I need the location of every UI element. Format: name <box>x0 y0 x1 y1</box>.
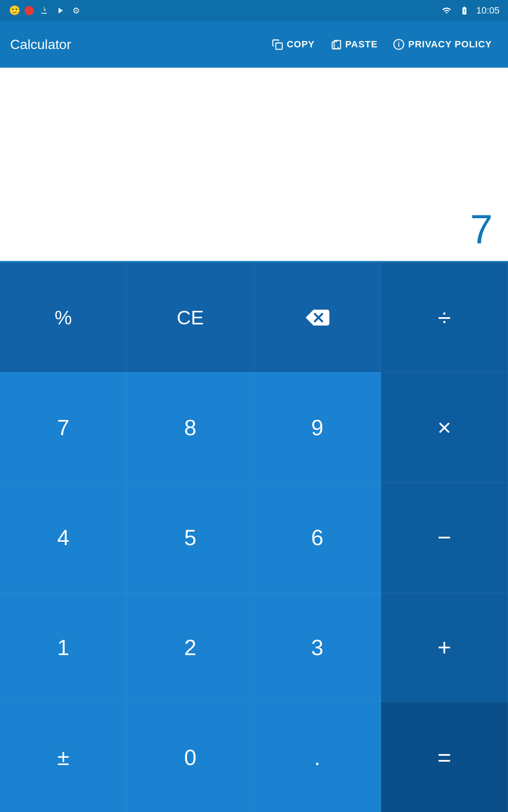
row-bottom: ± 0 . <box>0 702 381 812</box>
keys-left: % CE 7 8 9 4 5 6 1 2 3 ± <box>0 262 381 812</box>
smiley-icon: 🙂 <box>8 5 20 16</box>
percent-button[interactable]: % <box>0 262 127 372</box>
row-456: 4 5 6 <box>0 482 381 592</box>
svg-rect-0 <box>276 43 282 49</box>
privacy-policy-button[interactable]: PRIVACY POLICY <box>387 35 498 54</box>
subtract-button[interactable]: − <box>381 482 508 592</box>
key-0[interactable]: 0 <box>127 702 254 812</box>
status-time: 10:05 <box>476 5 500 16</box>
key-5[interactable]: 5 <box>127 482 254 592</box>
battery-icon <box>458 6 471 15</box>
paste-icon <box>330 38 342 50</box>
add-button[interactable]: + <box>381 592 508 702</box>
app-bar: Calculator COPY PASTE PRIVACY POLICY <box>0 21 508 68</box>
keys-right: ÷ × − + = <box>381 262 508 812</box>
key-2[interactable]: 2 <box>127 592 254 702</box>
wifi-icon <box>441 6 453 15</box>
keypad: % CE 7 8 9 4 5 6 1 2 3 ± <box>0 262 508 812</box>
key-8[interactable]: 8 <box>127 372 254 482</box>
key-7[interactable]: 7 <box>0 372 127 482</box>
display-value: 7 <box>470 206 493 252</box>
recording-dot-icon <box>25 6 34 15</box>
copy-button[interactable]: COPY <box>265 35 320 54</box>
key-3[interactable]: 3 <box>254 592 381 702</box>
multiply-button[interactable]: × <box>381 372 508 482</box>
status-bar: 🙂 ⚙ 10:05 <box>0 0 508 21</box>
plus-minus-button[interactable]: ± <box>0 702 127 812</box>
download-icon <box>38 5 50 16</box>
settings-icon: ⚙ <box>70 5 82 16</box>
backspace-icon <box>306 309 329 326</box>
row-789: 7 8 9 <box>0 372 381 482</box>
backspace-button[interactable] <box>254 262 381 372</box>
play-icon <box>54 5 66 16</box>
ce-button[interactable]: CE <box>127 262 254 372</box>
decimal-button[interactable]: . <box>254 702 381 812</box>
key-1[interactable]: 1 <box>0 592 127 702</box>
divide-button[interactable]: ÷ <box>381 262 508 372</box>
copy-icon <box>271 38 283 50</box>
key-6[interactable]: 6 <box>254 482 381 592</box>
row-123: 1 2 3 <box>0 592 381 702</box>
app-bar-actions: COPY PASTE PRIVACY POLICY <box>265 35 498 54</box>
info-icon <box>393 38 405 50</box>
svg-rect-1 <box>334 41 340 49</box>
row-top: % CE <box>0 262 381 372</box>
status-icons-right: 10:05 <box>441 5 500 16</box>
display-area: 7 <box>0 68 508 262</box>
key-4[interactable]: 4 <box>0 482 127 592</box>
status-icons-left: 🙂 ⚙ <box>8 5 82 16</box>
key-9[interactable]: 9 <box>254 372 381 482</box>
equals-button[interactable]: = <box>381 702 508 812</box>
paste-button[interactable]: PASTE <box>324 35 384 54</box>
app-title: Calculator <box>10 37 265 52</box>
